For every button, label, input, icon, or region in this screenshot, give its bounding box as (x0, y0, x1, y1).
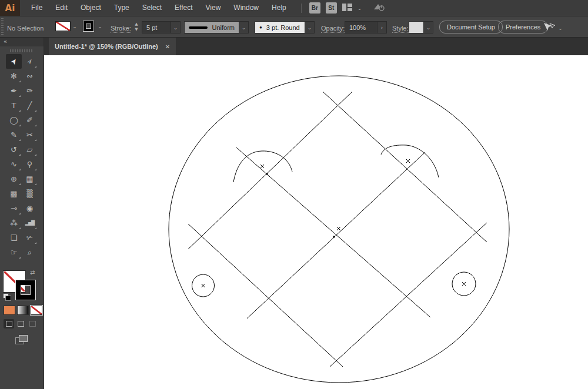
chevron-down-icon[interactable]: ⌄ (96, 24, 104, 29)
select-similar-icon[interactable] (542, 22, 556, 35)
chevron-down-icon[interactable]: ⌄ (71, 24, 79, 29)
gradient-button[interactable] (17, 306, 29, 315)
menu-type[interactable]: Type (108, 0, 136, 16)
stroke-swatch-black[interactable] (16, 280, 35, 300)
blend-icon: ◉ (26, 204, 33, 212)
stroke-weight-value[interactable]: 5 pt (142, 21, 171, 33)
menu-object[interactable]: Object (74, 0, 108, 16)
chevron-down-icon[interactable]: ⌄ (171, 21, 181, 33)
tool-type[interactable]: T (6, 98, 22, 113)
artwork-diamond-side-bottom-left[interactable] (188, 224, 343, 367)
width-icon: ∿ (11, 160, 17, 168)
width-profile-value[interactable]: Uniform (184, 21, 239, 33)
tool-hand[interactable]: ☞ (6, 245, 22, 260)
opacity-panel-arrow-icon[interactable]: › (377, 21, 387, 33)
tool-perspective-grid[interactable]: ▦ (22, 172, 38, 186)
artwork-diagonal-nw-se[interactable] (236, 147, 430, 317)
anchor-point[interactable] (333, 236, 335, 238)
menu-view[interactable]: View (199, 0, 228, 16)
workspace-switcher-icon[interactable] (342, 3, 352, 14)
panel-drag-grip[interactable] (10, 49, 34, 52)
tool-mesh[interactable]: ▩ (6, 186, 22, 201)
chevron-down-icon[interactable]: ⌄ (358, 5, 362, 11)
spinner-up-icon[interactable]: ▲ (133, 22, 140, 27)
color-button[interactable] (4, 306, 15, 315)
tool-rotate[interactable]: ↺ (6, 142, 22, 157)
front-window-icon (19, 335, 28, 342)
opacity-value[interactable]: 100% (345, 21, 377, 33)
tool-slice[interactable]: ✃ (22, 230, 38, 245)
chevron-down-icon[interactable]: ⌄ (305, 21, 315, 33)
tool-magic-wand[interactable]: ✻ (6, 69, 22, 83)
tool-blend[interactable]: ◉ (22, 201, 38, 216)
screen-mode-button[interactable] (15, 335, 28, 344)
tool-width[interactable]: ∿ (6, 157, 22, 172)
collapse-panel-icon[interactable]: « (4, 38, 7, 45)
menu-edit[interactable]: Edit (49, 0, 74, 16)
stroke-black-swatch[interactable] (83, 21, 93, 31)
tool-shaper[interactable]: ✎ (6, 128, 22, 142)
artwork-arc-right[interactable] (381, 145, 439, 177)
fill-none-swatch[interactable] (55, 21, 71, 31)
tool-eyedropper[interactable]: ⊸ (6, 201, 22, 216)
eyedropper-icon: ⊸ (11, 204, 17, 212)
style-label[interactable]: Style: (392, 25, 409, 33)
artwork-diamond-side-top-left[interactable] (188, 92, 352, 249)
select-similar-control[interactable]: ⌄ (542, 22, 564, 35)
swap-fill-stroke-icon[interactable]: ⇄ (30, 269, 35, 276)
spinner-down-icon[interactable]: ▼ (133, 27, 140, 32)
tool-lasso[interactable]: ∾ (22, 69, 38, 83)
chevron-down-icon[interactable]: ⌄ (556, 25, 564, 31)
menu-file[interactable]: File (25, 0, 49, 16)
chevron-down-icon[interactable]: ⌄ (424, 21, 433, 33)
fill-color-control[interactable]: ⌄ (55, 21, 79, 31)
stroke-weight-stepper[interactable]: ▲ ▼ (133, 22, 140, 32)
opacity-label[interactable]: Opacity: (321, 25, 345, 33)
tool-symbol-sprayer[interactable]: ⁂ (6, 216, 22, 230)
menu-effect[interactable]: Effect (168, 0, 199, 16)
bridge-button[interactable]: Br (309, 2, 320, 14)
stock-button[interactable]: St (326, 2, 337, 14)
gpu-performance-icon[interactable] (373, 2, 386, 14)
style-swatch[interactable] (409, 21, 424, 33)
tool-zoom[interactable]: ⌕ (22, 245, 38, 260)
menu-select[interactable]: Select (136, 0, 168, 16)
tool-artboard[interactable]: ❏ (6, 230, 22, 245)
tool-direct-selection[interactable]: ➢ (22, 54, 38, 69)
brush-value[interactable]: ● 3 pt. Round (255, 21, 305, 33)
stroke-color-control[interactable]: ⌄ (81, 21, 104, 31)
tool-scissors[interactable]: ✂ (22, 128, 38, 142)
tool-curvature[interactable]: ✑ (22, 83, 38, 98)
menu-help[interactable]: Help (265, 0, 293, 16)
document-setup-button[interactable]: Document Setup (439, 21, 503, 33)
canvas-area[interactable] (44, 55, 588, 389)
artwork-diagonal-ne-sw[interactable] (247, 152, 425, 318)
document-tab[interactable]: Untitled-1* @ 150% (RGB/Outline) ✕ (49, 38, 176, 55)
none-button[interactable] (31, 306, 42, 315)
tool-ellipse[interactable]: ◯ (6, 113, 22, 128)
tool-column-graph[interactable]: ▂▅█ (22, 216, 38, 230)
draw-inside-button[interactable] (27, 319, 38, 328)
artwork-diamond-side-top-right[interactable] (323, 92, 487, 242)
draw-normal-button[interactable] (4, 319, 14, 328)
default-fill-stroke-icon[interactable] (3, 293, 11, 301)
close-tab-icon[interactable]: ✕ (165, 43, 170, 50)
panel-grip[interactable] (1, 18, 4, 35)
tool-selection[interactable]: ➤ (6, 54, 22, 69)
artwork-svg[interactable] (44, 55, 588, 389)
tool-line-segment[interactable]: ╱ (22, 98, 38, 113)
tool-puppet-warp[interactable]: ⚲ (22, 157, 38, 172)
tool-paintbrush[interactable]: ✐ (22, 113, 38, 128)
stroke-weight-label[interactable]: Stroke: (111, 25, 131, 33)
preferences-button[interactable]: Preferences (498, 21, 548, 33)
zoom-icon: ⌕ (28, 249, 32, 256)
tool-shape-builder[interactable]: ⊕ (6, 172, 22, 186)
draw-behind-button[interactable] (15, 319, 26, 328)
chevron-down-icon[interactable]: ⌄ (239, 21, 249, 33)
tool-gradient[interactable]: ▒ (22, 186, 38, 201)
tool-scale[interactable]: ▱ (22, 142, 38, 157)
artwork-diamond-side-bottom-right[interactable] (330, 223, 487, 367)
tool-pen[interactable]: ✒ (6, 83, 22, 98)
menu-window[interactable]: Window (227, 0, 265, 16)
anchor-point[interactable] (266, 173, 268, 175)
